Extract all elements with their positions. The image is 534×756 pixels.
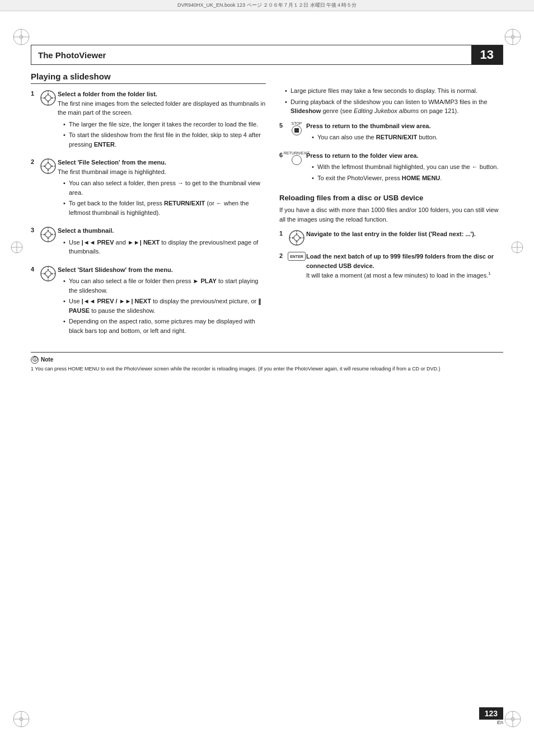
step-6-bullets: With the leftmost thumbnail highlighted,… (306, 162, 503, 182)
step-2: 2 (31, 158, 266, 220)
chapter-title: The PhotoViewer (31, 45, 471, 64)
note-content: 1 You can press HOME MENU to exit the Ph… (31, 365, 503, 373)
svg-point-24 (48, 93, 49, 95)
page-number: 123 (479, 707, 503, 720)
svg-point-32 (41, 159, 55, 173)
step-6-bullet-2: To exit the PhotoViewer, press HOME MENU… (312, 173, 503, 183)
step-1-text: Select a folder from the folder list. Th… (58, 90, 266, 152)
step-5-icon: STOP (287, 121, 306, 135)
step-4-icon (39, 265, 58, 282)
svg-point-37 (51, 166, 53, 167)
step-1-bullet-2: To start the slideshow from the first fi… (63, 130, 266, 149)
page-lang: En (497, 720, 503, 725)
svg-point-23 (45, 95, 51, 101)
step-5-text: Press to return to the thumbnail view ar… (306, 121, 503, 145)
step-4: 4 (31, 265, 266, 339)
svg-point-35 (48, 170, 49, 171)
step-2-text: Select 'File Selection' from the menu. T… (58, 158, 266, 220)
step-4-bullet-1: You can also select a file or folder the… (63, 276, 266, 295)
step-3-icon (39, 226, 58, 243)
chapter-title-text: The PhotoViewer (38, 50, 106, 60)
svg-point-55 (48, 276, 49, 278)
two-column-layout: Playing a slideshow 1 (31, 72, 503, 344)
corner-tr (503, 27, 523, 47)
reload-step-1-bold: Navigate to the last entry in the folder… (306, 231, 476, 237)
return-button-icon (292, 155, 302, 165)
step-1-bullet-1: The larger the file size, the longer it … (63, 120, 266, 129)
stop-square (294, 128, 299, 133)
svg-point-67 (300, 237, 302, 239)
svg-point-26 (44, 97, 45, 99)
file-header: DVR940HX_UK_EN.book 123 ページ ２０６年７月１２日 水曜… (0, 0, 534, 11)
svg-point-34 (48, 162, 49, 163)
step-3-number: 3 (31, 227, 39, 233)
step-1-icon (39, 90, 58, 106)
svg-point-66 (292, 237, 294, 239)
step-4-bullet-3: Depending on the aspect ratio, some pict… (63, 317, 266, 335)
svg-point-62 (289, 231, 304, 245)
file-info: DVR940HX_UK_EN.book 123 ページ ２０６年７月１２日 水曜… (177, 2, 357, 8)
step-4-number: 4 (31, 266, 39, 273)
content-area: Playing a slideshow 1 (31, 65, 503, 344)
chapter-header: The PhotoViewer 13 (31, 45, 503, 65)
step-3-bullets: Use |◄◄ PREV and ►►| NEXT to display the… (58, 238, 266, 256)
step-2-bullet-2: To get back to the folder list, press RE… (63, 199, 266, 217)
svg-point-53 (45, 271, 51, 276)
corner-br (503, 709, 523, 729)
step-1-bullets: The larger the file size, the longer it … (58, 120, 266, 149)
reload-step-1-text: Navigate to the last entry in the folder… (306, 229, 503, 239)
svg-point-54 (48, 269, 49, 270)
step-5: 5 STOP Press to return to the thumbnail … (279, 121, 503, 145)
reload-step-2-icon: ENTER (287, 252, 306, 261)
reload-step-2: 2 ENTER Load the next batch of up to 999… (279, 252, 503, 280)
reload-title-text: Reloading files from a disc or USB devic… (279, 194, 423, 202)
svg-point-33 (45, 163, 51, 169)
svg-point-36 (44, 166, 45, 167)
step-3-text: Select a thumbnail. Use |◄◄ PREV and ►►|… (58, 226, 266, 260)
note-box: ⓘ Note 1 You can press HOME MENU to exit… (31, 352, 503, 373)
step-5-bullet-1: You can also use the RETURN/EXIT button. (312, 133, 503, 142)
reload-step-2-number: 2 (279, 252, 287, 259)
step-3-bold: Select a thumbnail. (58, 227, 114, 234)
svg-point-27 (51, 97, 53, 99)
reload-step-1-icon (287, 229, 306, 246)
step-4-bullet-2: Use |◄◄ PREV / ►►| NEXT to display the p… (63, 297, 266, 315)
reload-step-1: 1 (279, 229, 503, 246)
svg-point-57 (51, 273, 53, 274)
chapter-number: 13 (471, 45, 503, 64)
step-5-bold: Press to return to the thumbnail view ar… (306, 123, 431, 129)
svg-point-46 (44, 234, 45, 236)
svg-point-47 (51, 234, 53, 236)
corner-tl (11, 27, 31, 47)
step-2-bullets: You can also select a folder, then press… (58, 179, 266, 217)
right-bullet-2: During playback of the slideshow you can… (285, 97, 503, 116)
chapter-number-text: 13 (480, 48, 494, 62)
svg-point-42 (41, 227, 55, 242)
reload-step-2-bold: Load the next batch of up to 999 files/9… (306, 253, 494, 269)
reg-mark-right (510, 241, 524, 255)
step-2-bold: Select 'File Selection' from the menu. (58, 159, 166, 166)
step-6-text: Press to return to the folder view area.… (306, 151, 503, 186)
svg-point-52 (41, 266, 55, 281)
svg-point-65 (296, 241, 298, 243)
svg-point-44 (48, 230, 49, 232)
svg-point-64 (296, 233, 298, 235)
stop-button-icon (292, 125, 302, 135)
page: DVR940HX_UK_EN.book 123 ページ ２０６年７月１２日 水曜… (0, 0, 534, 756)
step-1-bold: Select a folder from the folder list. (58, 91, 157, 97)
enter-button-icon: ENTER (288, 252, 306, 261)
step-6-bullet-1: With the leftmost thumbnail highlighted,… (312, 162, 503, 172)
step-5-bullets: You can also use the RETURN/EXIT button. (306, 133, 503, 142)
svg-point-22 (41, 91, 55, 105)
svg-point-45 (48, 238, 49, 240)
svg-point-56 (44, 273, 45, 274)
step-3-bullet-1: Use |◄◄ PREV and ►►| NEXT to display the… (63, 238, 266, 256)
step-4-bold: Select 'Start Slideshow' from the menu. (58, 266, 173, 273)
page-footer: 123 En (479, 707, 503, 725)
right-column: Large picture files may take a few secon… (279, 72, 503, 344)
corner-bl (11, 709, 31, 729)
step-5-number: 5 (279, 122, 287, 129)
step-5-icon-label: STOP (292, 121, 302, 125)
reload-step-2-text: Load the next batch of up to 999 files/9… (306, 252, 503, 280)
note-footnote: 1 You can press HOME MENU to exit the Ph… (31, 366, 441, 372)
